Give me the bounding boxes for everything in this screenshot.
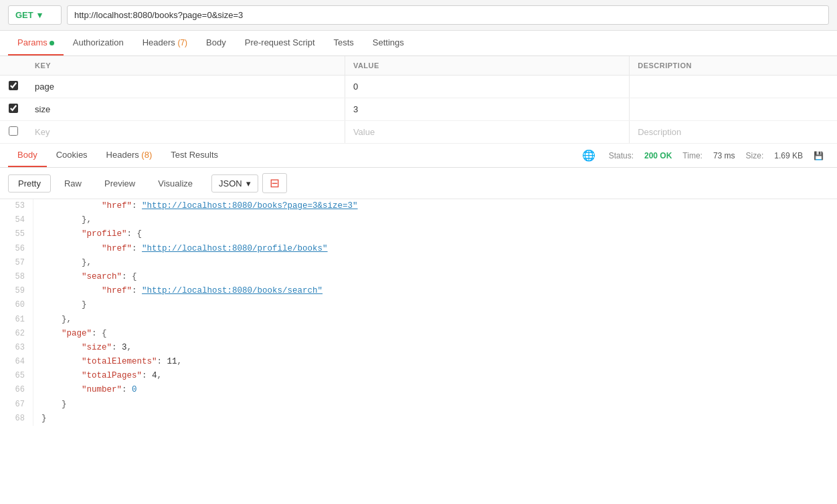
row3-key-placeholder[interactable]: Key	[27, 121, 345, 144]
col-header-value: VALUE	[345, 56, 629, 76]
fmt-preview[interactable]: Preview	[95, 175, 145, 192]
tab-authorization[interactable]: Authorization	[64, 31, 133, 55]
code-line-66: 66 "number": 0	[0, 383, 837, 397]
row1-value[interactable]: 0	[345, 76, 629, 98]
link-59[interactable]: "http://localhost:8080/books/search"	[142, 286, 322, 295]
row2-value[interactable]: 3	[345, 98, 629, 121]
table-row: size 3	[0, 98, 837, 121]
tab-prerequest[interactable]: Pre-request Script	[236, 31, 324, 55]
row1-checkbox[interactable]	[9, 81, 18, 90]
format-chevron: ▾	[246, 178, 251, 188]
method-select[interactable]: GET ▾	[8, 5, 62, 25]
format-select[interactable]: JSON ▾	[211, 174, 258, 193]
globe-icon: 🌐	[582, 149, 595, 162]
row3-checkbox[interactable]	[9, 126, 18, 136]
resp-tab-body[interactable]: Body	[8, 144, 47, 167]
url-bar: GET ▾	[0, 0, 837, 31]
code-line-67: 67 }	[0, 398, 837, 412]
row2-desc[interactable]	[630, 98, 837, 121]
table-row-empty: Key Value Description	[0, 121, 837, 144]
request-tabs: Params Authorization Headers (7) Body Pr…	[0, 31, 837, 56]
code-line-53: 53 "href": "http://localhost:8080/books?…	[0, 199, 837, 213]
fmt-raw[interactable]: Raw	[55, 175, 91, 192]
method-chevron: ▾	[37, 10, 42, 20]
tab-body[interactable]: Body	[197, 31, 236, 55]
col-header-check	[0, 56, 27, 76]
tab-settings[interactable]: Settings	[363, 31, 413, 55]
params-dot	[50, 41, 54, 45]
tab-headers[interactable]: Headers (7)	[133, 31, 197, 55]
code-line-54: 54 },	[0, 213, 837, 227]
format-select-label: JSON	[219, 178, 242, 188]
status-code: 200 OK	[644, 151, 672, 160]
response-tabs: Body Cookies Headers (8) Test Results 🌐 …	[0, 144, 837, 168]
col-header-description: DESCRIPTION	[630, 56, 837, 76]
response-time: 73 ms	[713, 151, 735, 160]
tab-tests[interactable]: Tests	[324, 31, 363, 55]
row3-value-placeholder[interactable]: Value	[345, 121, 629, 144]
row2-checkbox[interactable]	[9, 104, 18, 113]
row1-desc[interactable]	[630, 76, 837, 98]
filter-button[interactable]: ⊟	[262, 173, 287, 193]
row1-key[interactable]: page	[27, 76, 345, 98]
link-56[interactable]: "http://localhost:8080/profile/books"	[142, 244, 328, 253]
response-size: 1.69 KB	[774, 151, 803, 160]
code-line-64: 64 "totalElements": 11,	[0, 355, 837, 369]
code-line-65: 65 "totalPages": 4,	[0, 369, 837, 383]
code-line-63: 63 "size": 3,	[0, 341, 837, 355]
code-line-59: 59 "href": "http://localhost:8080/books/…	[0, 284, 837, 298]
code-line-60: 60 }	[0, 298, 837, 312]
resp-tab-test-results[interactable]: Test Results	[161, 144, 227, 167]
code-area: 53 "href": "http://localhost:8080/books?…	[0, 199, 837, 426]
row3-desc-placeholder[interactable]: Description	[630, 121, 837, 144]
format-bar: Pretty Raw Preview Visualize JSON ▾ ⊟	[0, 168, 837, 199]
code-line-57: 57 },	[0, 256, 837, 270]
save-icon[interactable]: 💾	[814, 151, 824, 160]
code-line-61: 61 },	[0, 313, 837, 327]
fmt-visualize[interactable]: Visualize	[149, 175, 202, 192]
code-line-62: 62 "page": {	[0, 327, 837, 341]
code-line-58: 58 "search": {	[0, 270, 837, 284]
link-53[interactable]: "http://localhost:8080/books?page=3&size…	[142, 201, 358, 211]
table-row: page 0	[0, 76, 837, 98]
method-label: GET	[15, 10, 33, 20]
status-bar: 🌐 Status: 200 OK Time: 73 ms Size: 1.69 …	[582, 149, 829, 162]
code-line-68: 68 }	[0, 412, 837, 426]
code-line-56: 56 "href": "http://localhost:8080/profil…	[0, 242, 837, 256]
resp-tab-cookies[interactable]: Cookies	[47, 144, 97, 167]
fmt-pretty[interactable]: Pretty	[8, 174, 51, 193]
tab-params[interactable]: Params	[8, 31, 64, 55]
code-line-55: 55 "profile": {	[0, 227, 837, 241]
url-input[interactable]	[67, 5, 829, 25]
params-table: KEY VALUE DESCRIPTION page 0 size 3 Key …	[0, 56, 837, 144]
row2-key[interactable]: size	[27, 98, 345, 121]
col-header-key: KEY	[27, 56, 345, 76]
resp-tab-headers[interactable]: Headers (8)	[97, 144, 162, 167]
